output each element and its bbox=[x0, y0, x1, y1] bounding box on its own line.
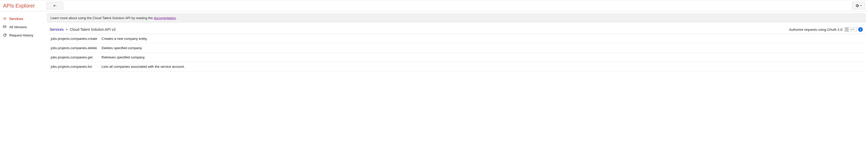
breadcrumb-separator: > bbox=[65, 28, 69, 32]
sidebar-item-services[interactable]: Services bbox=[0, 14, 47, 23]
method-description: Creates a new company entity. bbox=[101, 37, 148, 41]
method-row[interactable]: jobs.projects.companies.listLists all co… bbox=[47, 62, 865, 71]
method-description: Deletes specified company. bbox=[101, 46, 143, 50]
method-name: jobs.projects.companies.create bbox=[50, 37, 101, 41]
auth-label: Authorize requests using OAuth 2.0: bbox=[789, 28, 843, 32]
breadcrumb-root-link[interactable]: Services bbox=[50, 28, 64, 32]
method-row[interactable]: jobs.projects.companies.createCreates a … bbox=[47, 34, 865, 43]
settings-menu-button[interactable] bbox=[852, 2, 865, 9]
breadcrumb: Services > Cloud Talent Solution API v3 bbox=[50, 28, 116, 32]
toggle-state-label: OFF bbox=[848, 28, 856, 31]
methods-table: jobs.projects.companies.createCreates a … bbox=[47, 34, 865, 71]
back-button[interactable] bbox=[46, 2, 63, 9]
sidebar-item-request-history[interactable]: Request History bbox=[0, 31, 47, 39]
main-content: Learn more about using the Cloud Talent … bbox=[47, 11, 868, 71]
oauth-toggle[interactable]: OFF bbox=[845, 27, 857, 32]
auth-controls: Authorize requests using OAuth 2.0: OFF … bbox=[789, 27, 863, 32]
history-icon bbox=[3, 33, 7, 37]
sidebar-item-all-versions[interactable]: All Versions bbox=[0, 23, 47, 31]
info-icon[interactable]: i bbox=[858, 27, 863, 32]
header-bar: APIs Explorer bbox=[0, 0, 868, 11]
list-icon bbox=[3, 16, 7, 21]
documentation-link[interactable]: documentation bbox=[154, 16, 176, 20]
method-row[interactable]: jobs.projects.companies.getRetrieves spe… bbox=[47, 53, 865, 62]
banner-text-suffix: . bbox=[176, 16, 177, 20]
method-name: jobs.projects.companies.get bbox=[50, 55, 101, 59]
banner-text-prefix: Learn more about using the Cloud Talent … bbox=[51, 16, 154, 20]
method-description: Retrieves specified company. bbox=[101, 55, 145, 59]
method-description: Lists all companies associated with the … bbox=[101, 65, 185, 69]
toggle-knob bbox=[845, 28, 848, 32]
grid-icon bbox=[3, 25, 7, 29]
info-banner: Learn more about using the Cloud Talent … bbox=[47, 13, 865, 23]
sidebar-item-label: All Versions bbox=[9, 25, 27, 29]
sidebar-item-label: Request History bbox=[9, 33, 33, 37]
method-row[interactable]: jobs.projects.companies.deleteDeletes sp… bbox=[47, 43, 865, 53]
chevron-down-icon bbox=[860, 5, 862, 6]
method-name: jobs.projects.companies.list bbox=[50, 65, 101, 69]
sidebar-item-label: Services bbox=[9, 17, 23, 21]
breadcrumb-current: Cloud Talent Solution API v3 bbox=[70, 28, 116, 32]
method-name: jobs.projects.companies.delete bbox=[50, 46, 101, 50]
breadcrumb-row: Services > Cloud Talent Solution API v3 … bbox=[47, 23, 865, 34]
sidebar: Services All Versions Request History bbox=[0, 11, 47, 71]
back-arrow-icon bbox=[52, 4, 58, 8]
brand-title: APIs Explorer bbox=[2, 3, 46, 9]
gear-icon bbox=[855, 4, 859, 8]
